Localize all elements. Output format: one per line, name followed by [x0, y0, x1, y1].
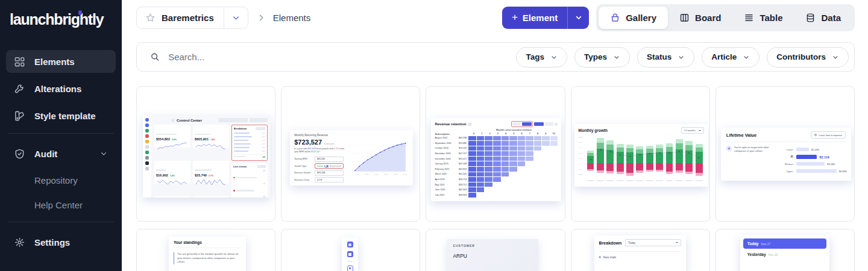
sidebar-item-label: Alterations	[34, 84, 81, 94]
cohort-cell	[468, 187, 476, 192]
element-card-icon-rail[interactable]	[281, 229, 420, 271]
cohort-cell	[468, 167, 476, 172]
cohort-col-header: 9	[542, 132, 550, 135]
element-card-customer-arpu[interactable]: CUSTOMER ARPU	[426, 229, 565, 271]
element-card-revenue-retention[interactable]: Revenue retention Months since account c…	[426, 86, 565, 222]
sidebar-item-audit[interactable]: Audit	[6, 142, 116, 165]
cohort-cell	[518, 157, 526, 161]
sidebar-item-help-center[interactable]: Help Center	[6, 194, 116, 216]
cohort-col-header: 2	[486, 132, 494, 135]
cohort-cell	[477, 136, 485, 141]
element-card-mrr-forecast[interactable]: Monthly Recurring Revenue $723,527 in on…	[281, 86, 420, 222]
element-card-date-list[interactable]: TodayNov 27 YesterdayNov 26	[715, 229, 855, 271]
cohort-row: August 2024$60,338	[435, 136, 558, 141]
sidebar-item-repository[interactable]: Repository	[6, 169, 116, 191]
mini-eyebrow: CUSTOMER	[453, 244, 532, 248]
cohort-row: March 2025$41,041	[435, 172, 558, 177]
cohort-cell	[477, 172, 485, 177]
cohort-cell	[468, 136, 476, 141]
app-root: launchbrightly Elements Alterations Styl…	[0, 0, 868, 271]
mini-title: Monthly growth	[579, 128, 608, 132]
cohort-col-header: 7	[526, 132, 533, 135]
cohort-cell	[509, 151, 517, 156]
chevron-down-icon	[99, 149, 108, 158]
search-input[interactable]	[168, 52, 509, 62]
filter-article[interactable]: Article	[702, 47, 760, 67]
star-icon	[137, 13, 162, 23]
growth-type-toggle: LinearExponential	[315, 163, 344, 169]
cohort-cell	[477, 151, 485, 156]
cohort-cell	[509, 141, 517, 146]
standings-thumbnail: Your standings You are generally in the …	[169, 237, 246, 271]
breadcrumb-current: Elements	[273, 13, 311, 23]
cohort-cell	[485, 157, 492, 161]
cohort-cell	[493, 157, 501, 161]
tab-board[interactable]: Board	[668, 7, 732, 29]
element-card-lifetime-value[interactable]: Lifetime Value iLearn how to improve You…	[715, 86, 855, 222]
chevron-down-icon	[678, 54, 685, 61]
cohort-axis-title: Months since account creation	[470, 128, 558, 131]
workspace-dropdown-caret[interactable]	[224, 7, 248, 28]
filter-contributors[interactable]: Contributors	[767, 47, 849, 67]
element-card-monthly-growth[interactable]: Monthly growth 12 months	[571, 86, 710, 222]
filter-tags[interactable]: Tags	[516, 47, 567, 67]
monthly-growth-thumbnail: Monthly growth 12 months	[574, 124, 708, 187]
chevron-down-icon	[743, 54, 750, 61]
sidebar-item-alterations[interactable]: Alterations	[6, 77, 116, 100]
cohort-cell	[485, 182, 492, 187]
cohort-cell	[468, 193, 476, 198]
tab-label: Table	[760, 13, 782, 23]
toggle-switch	[324, 165, 329, 167]
cohort-cell	[468, 161, 476, 166]
cohort-cell	[534, 136, 542, 141]
cohort-cell	[485, 161, 492, 166]
tab-data[interactable]: Data	[794, 7, 852, 29]
cohort-col-header: 3	[494, 132, 502, 135]
ltv-note-text: You're right on target with other compan…	[734, 146, 777, 175]
new-element-dropdown-caret[interactable]	[567, 7, 589, 29]
cohort-row: January 2025$47,048	[435, 161, 558, 167]
mini-title: Monthly Recurring Revenue	[294, 134, 350, 137]
cohort-cell	[509, 157, 517, 161]
cohort-cell	[534, 141, 542, 146]
cohort-cell	[493, 146, 501, 151]
filter-status[interactable]: Status	[637, 47, 694, 67]
tab-label: Data	[821, 13, 841, 23]
element-card-breakdown-today[interactable]: Breakdown Today 4New trials	[571, 229, 710, 271]
cohort-cell	[550, 141, 558, 146]
mini-toggle-buttons	[511, 121, 558, 127]
today-row: TodayNov 27	[743, 238, 826, 249]
breadcrumb: Elements	[257, 13, 311, 23]
new-element-button[interactable]: + Element	[502, 7, 589, 29]
cohort-cell	[526, 157, 533, 161]
topbar: Baremetrics Elements + Element	[136, 0, 855, 35]
cohort-cell	[502, 161, 509, 166]
cohort-cell	[468, 182, 476, 187]
board-icon	[679, 13, 690, 23]
sidebar-item-elements[interactable]: Elements	[6, 50, 116, 73]
cohort-cell	[502, 136, 509, 141]
cohort-cell	[468, 177, 476, 182]
sidebar-item-label: Style template	[34, 111, 96, 121]
cohort-cell	[493, 151, 501, 156]
cohort-cell	[485, 177, 492, 182]
logo-dot-icon	[78, 10, 82, 15]
cohort-cell	[485, 151, 492, 156]
info-icon	[468, 123, 471, 126]
cohort-cell	[518, 141, 526, 146]
filter-types[interactable]: Types	[574, 47, 630, 67]
element-card-control-center[interactable]: Control Center $554,8620.4% $605,9011.4%	[136, 86, 275, 222]
cohort-grid: August 2024$60,338September 2024$55,882O…	[435, 136, 558, 198]
cohort-cell	[485, 167, 492, 172]
standings-text: You are generally in the median quartile…	[177, 252, 241, 264]
mini-breakdown-panel: Breakdown +$0	[231, 125, 268, 161]
sidebar: launchbrightly Elements Alterations Styl…	[0, 0, 122, 271]
workspace-selector[interactable]: Baremetrics	[136, 7, 248, 29]
cohort-cell	[502, 146, 509, 151]
logo[interactable]: launchbrightly	[6, 8, 116, 28]
sidebar-item-settings[interactable]: Settings	[6, 231, 116, 254]
sidebar-item-style-template[interactable]: Style template	[6, 104, 116, 127]
tab-table[interactable]: Table	[732, 7, 794, 29]
tab-gallery[interactable]: Gallery	[599, 7, 668, 29]
element-card-your-standings[interactable]: Your standings You are generally in the …	[136, 229, 275, 271]
